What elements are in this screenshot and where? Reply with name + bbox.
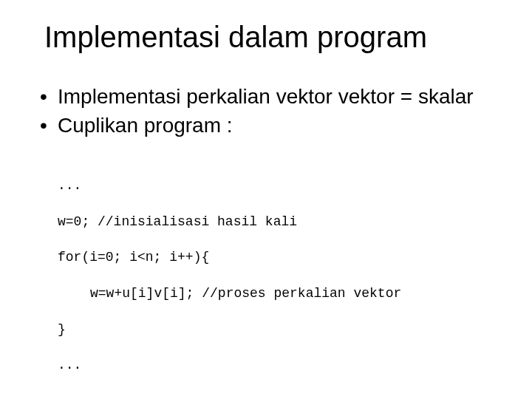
code-line: ... xyxy=(58,356,495,374)
code-line: } xyxy=(58,321,495,338)
bullet-item: Implementasi perkalian vektor vektor = s… xyxy=(37,83,495,109)
code-line: w=w+u[i]v[i]; //proses perkalian vektor xyxy=(58,284,495,302)
slide-title: Implementasi dalam program xyxy=(44,21,495,54)
code-line: ... xyxy=(58,177,495,194)
code-line: w=0; //inisialisasi hasil kali xyxy=(58,213,495,231)
code-line: for(i=0; i<n; i++){ xyxy=(58,248,495,266)
code-snippet: ... w=0; //inisialisasi hasil kali for(i… xyxy=(58,159,495,392)
bullet-item: Cuplikan program : xyxy=(37,112,495,138)
bullet-list: Implementasi perkalian vektor vektor = s… xyxy=(37,83,495,138)
